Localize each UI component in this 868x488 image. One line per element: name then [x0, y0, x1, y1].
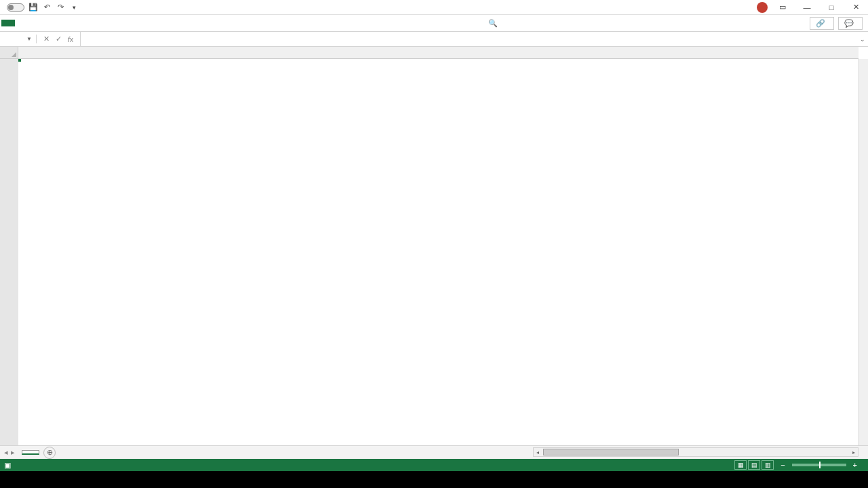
formula-input[interactable]: [81, 38, 857, 41]
share-button[interactable]: 🔗: [810, 17, 834, 30]
search-box[interactable]: 🔍: [488, 19, 502, 28]
name-box[interactable]: ▼: [0, 35, 37, 43]
hscroll-right-icon[interactable]: ▸: [850, 448, 858, 456]
namebox-dropdown-icon[interactable]: ▼: [26, 36, 32, 42]
formula-expand-icon[interactable]: ⌄: [857, 36, 868, 43]
hscroll-thumb[interactable]: [543, 449, 679, 455]
zoom-in-icon[interactable]: +: [853, 461, 857, 469]
formula-bar: ▼ ✕ ✓ fx ⌄: [0, 32, 868, 47]
search-icon: 🔍: [488, 19, 498, 28]
status-bar: ▣ ▦ ▤ ▥ − +: [0, 459, 868, 471]
zoom-slider[interactable]: [792, 464, 846, 466]
sheet-tab-bar: ◂ ▸ ⊕ ◂ ▸: [0, 445, 868, 459]
cancel-icon[interactable]: ✕: [41, 35, 52, 43]
comment-icon: 💬: [844, 19, 854, 28]
comments-button[interactable]: 💬: [838, 17, 863, 30]
view-page-break-icon[interactable]: ▥: [762, 460, 774, 470]
active-cell-indicator: [18, 59, 21, 62]
add-sheet-button[interactable]: ⊕: [43, 447, 56, 459]
sheet-nav-next-icon[interactable]: ▸: [11, 448, 15, 457]
minimize-icon[interactable]: —: [797, 1, 816, 14]
select-all-cell[interactable]: [0, 47, 18, 59]
fx-icon[interactable]: fx: [65, 35, 76, 43]
redo-icon[interactable]: ↷: [56, 3, 65, 12]
ribbon-display-icon[interactable]: ▭: [773, 1, 792, 14]
tab-file[interactable]: [1, 20, 15, 26]
save-icon[interactable]: 💾: [28, 3, 38, 12]
maximize-icon[interactable]: □: [822, 1, 841, 14]
spreadsheet-grid[interactable]: [0, 47, 868, 445]
qat-customize-icon[interactable]: ▾: [69, 3, 79, 12]
horizontal-scrollbar[interactable]: ◂ ▸: [533, 447, 859, 457]
share-icon: 🔗: [816, 19, 825, 28]
hscroll-left-icon[interactable]: ◂: [534, 448, 542, 456]
view-page-layout-icon[interactable]: ▤: [748, 460, 760, 470]
autosave-toggle[interactable]: [4, 3, 24, 12]
zoom-out-icon[interactable]: −: [781, 461, 785, 469]
close-icon[interactable]: ✕: [846, 1, 865, 14]
vertical-scrollbar[interactable]: [859, 59, 868, 445]
record-macro-icon[interactable]: ▣: [4, 461, 11, 470]
undo-icon[interactable]: ↶: [42, 3, 52, 12]
view-normal-icon[interactable]: ▦: [734, 460, 747, 470]
enter-icon[interactable]: ✓: [53, 35, 64, 43]
toggle-switch[interactable]: [7, 3, 24, 12]
sheet-tab-active[interactable]: [22, 450, 39, 455]
sheet-nav-prev-icon[interactable]: ◂: [4, 448, 8, 457]
ribbon-tabs: 🔍 🔗 💬: [0, 15, 868, 32]
user-avatar[interactable]: [757, 2, 768, 13]
title-bar: 💾 ↶ ↷ ▾ ▭ — □ ✕: [0, 0, 868, 15]
